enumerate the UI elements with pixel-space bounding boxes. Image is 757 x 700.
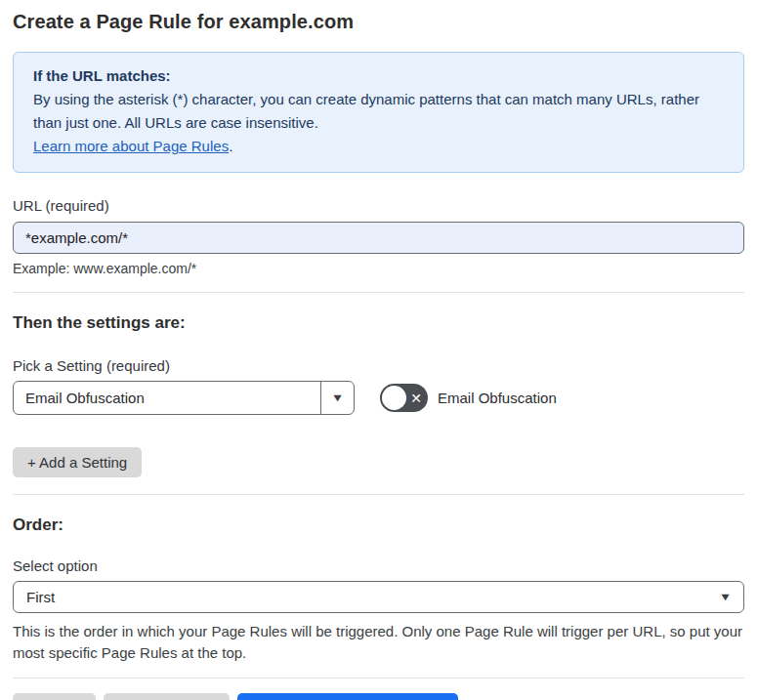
learn-more-link[interactable]: Learn more about Page Rules: [33, 138, 229, 154]
toggle-off-x-icon: ✕: [410, 391, 422, 404]
settings-section-heading: Then the settings are:: [13, 313, 744, 333]
setting-dropdown-value: Email Obfuscation: [14, 382, 320, 414]
info-box-heading: If the URL matches:: [33, 64, 724, 88]
cancel-button[interactable]: Cancel: [13, 693, 96, 700]
link-suffix: .: [229, 138, 232, 154]
setting-dropdown-arrow-box[interactable]: ▼: [320, 382, 354, 414]
divider: [13, 678, 744, 679]
order-select-value: First: [26, 582, 720, 612]
setting-row: Email Obfuscation ▼ ✕ Email Obfuscation: [13, 381, 744, 415]
order-section-heading: Order:: [13, 515, 744, 535]
divider: [13, 292, 744, 293]
page-title: Create a Page Rule for example.com: [13, 10, 744, 33]
url-match-info-box: If the URL matches: By using the asteris…: [13, 52, 744, 173]
info-box-link-row: Learn more about Page Rules.: [33, 135, 724, 158]
email-obfuscation-toggle[interactable]: ✕: [380, 384, 428, 412]
order-select[interactable]: First ▼: [13, 581, 744, 613]
info-box-body: By using the asterisk (*) character, you…: [33, 88, 724, 135]
setting-dropdown[interactable]: Email Obfuscation ▼: [13, 381, 355, 415]
order-select-label: Select option: [13, 557, 744, 574]
add-setting-button[interactable]: + Add a Setting: [13, 447, 142, 477]
footer-actions: Cancel Save as Draft Save and Deploy Pag…: [13, 693, 744, 700]
toggle-label: Email Obfuscation: [438, 390, 557, 406]
save-as-draft-button[interactable]: Save as Draft: [104, 693, 230, 700]
save-and-deploy-button[interactable]: Save and Deploy Page Rule: [237, 693, 458, 700]
url-field-label: URL (required): [13, 197, 744, 214]
chevron-down-icon: ▼: [719, 592, 733, 602]
url-example-helper: Example: www.example.com/*: [13, 261, 744, 276]
url-input[interactable]: [13, 222, 744, 254]
toggle-knob: [382, 386, 406, 410]
pick-setting-label: Pick a Setting (required): [13, 357, 744, 374]
page-rule-form: Create a Page Rule for example.com If th…: [0, 10, 757, 700]
divider: [13, 494, 744, 495]
chevron-down-icon: ▼: [331, 392, 345, 403]
order-helper-text: This is the order in which your Page Rul…: [13, 621, 743, 664]
